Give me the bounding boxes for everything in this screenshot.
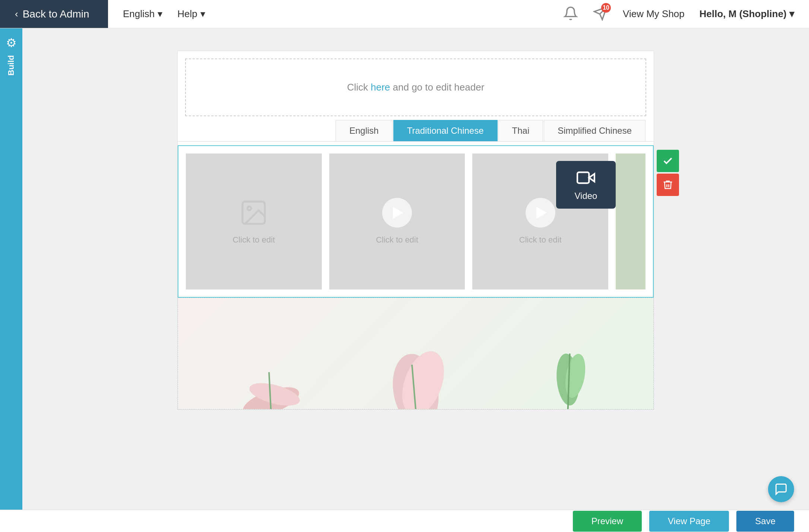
header-right: English ▾ Help ▾ 10 View My Shop Hello, …: [108, 6, 809, 22]
footer-bar: Preview View Page Save: [0, 510, 809, 532]
app-header: ‹ Back to Admin English ▾ Help ▾ 10 View…: [0, 0, 809, 28]
header-edit-section[interactable]: Click here and go to edit header: [185, 58, 646, 116]
media-item-video-1[interactable]: Click to edit: [329, 153, 465, 289]
page-builder: Click here and go to edit header English…: [177, 51, 654, 410]
view-my-shop-button[interactable]: View My Shop: [623, 8, 685, 20]
back-to-admin-button[interactable]: ‹ Back to Admin: [0, 0, 108, 28]
username: M (Shopline): [729, 8, 787, 19]
svg-marker-2: [589, 174, 594, 182]
svg-rect-3: [577, 172, 589, 183]
view-page-button[interactable]: View Page: [649, 511, 729, 532]
play-icon-1: [382, 198, 412, 228]
tab-thai[interactable]: Thai: [498, 120, 543, 141]
media-section: Click to edit Click to edit Click to edi…: [178, 145, 654, 298]
media-item-video2-label: Click to edit: [519, 235, 562, 245]
floral-background: [178, 298, 653, 409]
chat-button[interactable]: [768, 476, 794, 502]
notification-badge: 10: [601, 3, 611, 13]
play-icon-2: [526, 198, 555, 228]
svg-point-1: [248, 207, 251, 210]
back-to-admin-label: Back to Admin: [23, 8, 89, 20]
build-icon: ⚙: [6, 36, 17, 50]
header-text-after: and go to edit header: [390, 82, 484, 93]
language-tabs: English Traditional Chinese Thai Simplif…: [178, 120, 654, 142]
notification-bell-button[interactable]: [563, 6, 578, 22]
tab-english[interactable]: English: [336, 120, 393, 141]
tab-simplified-chinese[interactable]: Simplified Chinese: [544, 120, 645, 141]
language-chevron-icon: ▾: [158, 8, 162, 20]
help-chevron-icon: ▾: [200, 8, 205, 20]
video-tooltip-label: Video: [575, 191, 597, 201]
hello-prefix: Hello,: [699, 8, 729, 19]
content-area: Click here and go to edit header English…: [22, 28, 809, 510]
main-content: ⚙ Build Click here and go to edit header…: [0, 28, 809, 510]
build-sidebar[interactable]: ⚙ Build: [0, 28, 22, 510]
preview-button[interactable]: Preview: [573, 511, 642, 532]
media-item-image[interactable]: Click to edit: [186, 153, 322, 289]
save-button[interactable]: Save: [736, 511, 794, 532]
announcement-button[interactable]: 10: [593, 6, 608, 22]
floral-svg: [178, 298, 653, 409]
floral-image-section: [178, 298, 654, 409]
green-sidebar: [616, 153, 645, 289]
help-dropdown[interactable]: Help ▾: [177, 8, 205, 20]
video-tooltip[interactable]: Video: [556, 161, 616, 209]
header-text-before: Click: [347, 82, 371, 93]
build-label: Build: [6, 55, 16, 76]
help-label: Help: [177, 8, 197, 20]
media-item-video1-label: Click to edit: [376, 235, 418, 245]
user-menu[interactable]: Hello, M (Shopline) ▾: [699, 8, 794, 20]
delete-action-button[interactable]: [657, 174, 679, 196]
language-label: English: [123, 8, 155, 20]
media-item-image-label: Click to edit: [232, 235, 275, 245]
section-actions: [657, 150, 679, 196]
header-here-link[interactable]: here: [371, 82, 390, 93]
language-dropdown[interactable]: English ▾: [123, 8, 162, 20]
tab-traditional-chinese[interactable]: Traditional Chinese: [393, 120, 498, 141]
back-arrow-icon: ‹: [15, 8, 18, 20]
confirm-action-button[interactable]: [657, 150, 679, 172]
user-chevron-icon: ▾: [787, 8, 794, 19]
